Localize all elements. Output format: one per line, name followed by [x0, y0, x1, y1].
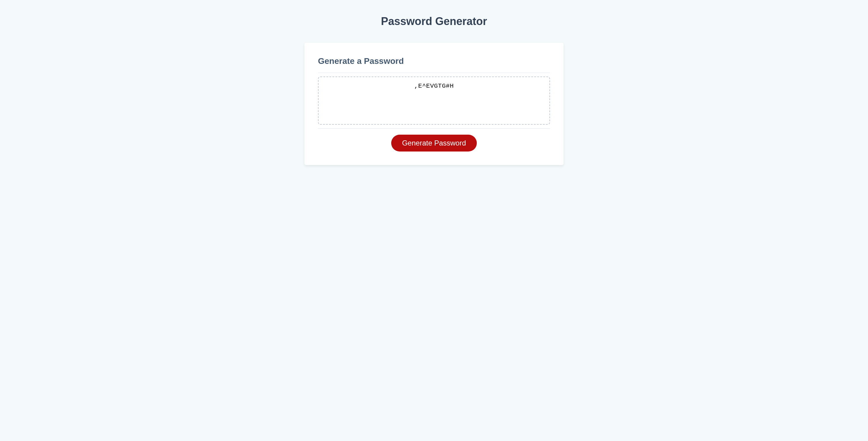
card-title: Generate a Password	[318, 56, 550, 66]
page-title: Password Generator	[304, 15, 564, 28]
password-output-box: ,E^EVGTG#H	[318, 76, 550, 125]
generate-password-button[interactable]: Generate Password	[391, 135, 477, 152]
divider-top	[318, 72, 550, 73]
divider-bottom	[318, 128, 550, 129]
app-container: Password Generator Generate a Password ,…	[304, 15, 564, 165]
generator-card: Generate a Password ,E^EVGTG#H Generate …	[304, 43, 564, 165]
button-row: Generate Password	[318, 135, 550, 152]
password-output-text: ,E^EVGTG#H	[414, 83, 454, 90]
